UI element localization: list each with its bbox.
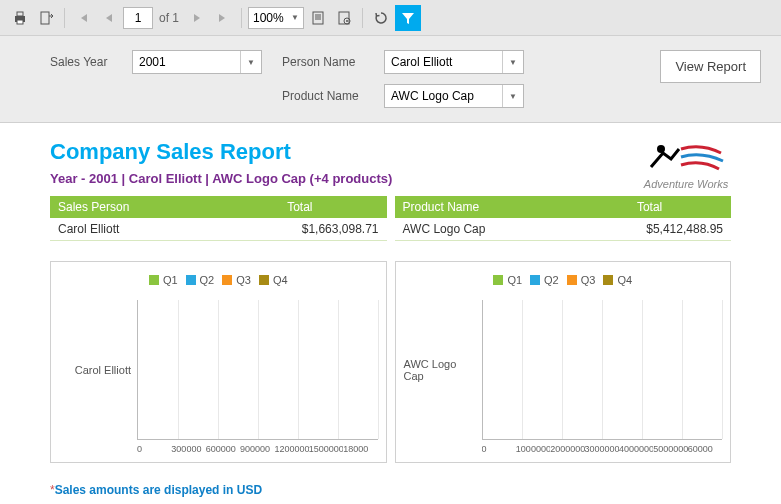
- x-tick: 0: [137, 444, 171, 454]
- legend-swatch: [222, 275, 232, 285]
- product-name-select[interactable]: AWC Logo Cap ▼: [384, 84, 524, 108]
- svg-rect-3: [41, 12, 49, 24]
- product-name-label: Product Name: [282, 89, 372, 103]
- legend-swatch: [186, 275, 196, 285]
- grid-line: [562, 300, 563, 439]
- legend-item: Q3: [222, 274, 251, 286]
- th-sales-person: Sales Person: [50, 196, 213, 218]
- table-row: Carol Elliott$1,663,098.71: [50, 218, 387, 241]
- grid-line: [602, 300, 603, 439]
- first-page-icon[interactable]: [71, 6, 95, 30]
- logo: Adventure Works: [641, 139, 731, 190]
- person-name-select[interactable]: Carol Elliott ▼: [384, 50, 524, 74]
- legend-item: Q3: [567, 274, 596, 286]
- x-tick: 18000: [343, 444, 377, 454]
- chart-plot: [137, 300, 378, 440]
- grid-line: [522, 300, 523, 439]
- refresh-icon[interactable]: [369, 6, 393, 30]
- x-tick: 300000: [171, 444, 205, 454]
- th-total: Total: [213, 196, 386, 218]
- print-icon[interactable]: [8, 6, 32, 30]
- report-subtitle: Year - 2001 | Carol Elliott | AWC Logo C…: [50, 171, 392, 186]
- x-tick: 60000: [688, 444, 722, 454]
- th-total: Total: [568, 196, 731, 218]
- report-body: Company Sales Report Year - 2001 | Carol…: [0, 123, 781, 504]
- view-report-button[interactable]: View Report: [660, 50, 761, 83]
- grid-line: [722, 300, 723, 439]
- x-tick: 2000000: [550, 444, 584, 454]
- th-product-name: Product Name: [395, 196, 569, 218]
- y-axis-label: Carol Elliott: [59, 300, 137, 440]
- cell-total: $5,412,488.95: [568, 218, 731, 241]
- sales-person-chart: Q1Q2Q3Q4Carol Elliott0300000600000900000…: [50, 261, 387, 463]
- separator: [64, 8, 65, 28]
- x-tick: 1200000: [274, 444, 308, 454]
- export-icon[interactable]: [34, 6, 58, 30]
- zoom-select[interactable]: 100% ▼: [248, 7, 304, 29]
- grid-line: [298, 300, 299, 439]
- legend-swatch: [567, 275, 577, 285]
- legend-swatch: [603, 275, 613, 285]
- person-name-label: Person Name: [282, 55, 372, 69]
- x-tick: 900000: [240, 444, 274, 454]
- sales-year-value: 2001: [139, 55, 166, 69]
- chevron-down-icon: ▼: [240, 51, 255, 73]
- x-axis: 0100000020000003000000400000050000006000…: [482, 444, 723, 454]
- page-setup-icon[interactable]: [332, 6, 356, 30]
- legend-item: Q4: [259, 274, 288, 286]
- x-tick: 1500000: [309, 444, 343, 454]
- legend-swatch: [259, 275, 269, 285]
- cell-name: AWC Logo Cap: [395, 218, 569, 241]
- next-page-icon[interactable]: [185, 6, 209, 30]
- prev-page-icon[interactable]: [97, 6, 121, 30]
- x-tick: 3000000: [585, 444, 619, 454]
- chevron-down-icon: ▼: [502, 51, 517, 73]
- chevron-down-icon: ▼: [291, 13, 299, 22]
- x-tick: 5000000: [653, 444, 687, 454]
- footnote: *Sales amounts are displayed in USD: [50, 483, 731, 497]
- x-tick: 600000: [206, 444, 240, 454]
- parameters-panel: Sales Year 2001 ▼ Person Name Carol Elli…: [0, 36, 781, 123]
- cell-total: $1,663,098.71: [213, 218, 386, 241]
- legend-swatch: [149, 275, 159, 285]
- svg-rect-1: [17, 12, 23, 16]
- grid-line: [178, 300, 179, 439]
- sales-year-select[interactable]: 2001 ▼: [132, 50, 262, 74]
- footnote-text: Sales amounts are displayed in USD: [55, 483, 262, 497]
- person-name-value: Carol Elliott: [391, 55, 452, 69]
- x-tick: 4000000: [619, 444, 653, 454]
- page-layout-icon[interactable]: [306, 6, 330, 30]
- filter-button[interactable]: [395, 5, 421, 31]
- separator: [241, 8, 242, 28]
- product-name-value: AWC Logo Cap: [391, 89, 474, 103]
- x-axis: 03000006000009000001200000150000018000: [137, 444, 378, 454]
- report-toolbar: of 1 100% ▼: [0, 0, 781, 36]
- last-page-icon[interactable]: [211, 6, 235, 30]
- legend-item: Q1: [493, 274, 522, 286]
- grid-line: [642, 300, 643, 439]
- legend-item: Q2: [186, 274, 215, 286]
- svg-rect-2: [17, 20, 23, 24]
- grid-line: [682, 300, 683, 439]
- grid-line: [218, 300, 219, 439]
- grid-line: [338, 300, 339, 439]
- zoom-value: 100%: [253, 11, 284, 25]
- legend-item: Q1: [149, 274, 178, 286]
- legend-item: Q4: [603, 274, 632, 286]
- page-input[interactable]: [123, 7, 153, 29]
- y-axis-label: AWC Logo Cap: [404, 300, 482, 440]
- chart-legend: Q1Q2Q3Q4: [404, 274, 723, 288]
- svg-rect-4: [313, 12, 323, 24]
- x-tick: 1000000: [516, 444, 550, 454]
- chart-legend: Q1Q2Q3Q4: [59, 274, 378, 288]
- x-tick: 0: [482, 444, 516, 454]
- page-of-label: of 1: [159, 11, 179, 25]
- svg-point-10: [346, 20, 348, 22]
- sales-person-table: Sales PersonTotal Carol Elliott$1,663,09…: [50, 196, 387, 241]
- logo-text: Adventure Works: [641, 178, 731, 190]
- legend-item: Q2: [530, 274, 559, 286]
- chart-plot: [482, 300, 723, 440]
- cell-name: Carol Elliott: [50, 218, 213, 241]
- legend-swatch: [530, 275, 540, 285]
- grid-line: [378, 300, 379, 439]
